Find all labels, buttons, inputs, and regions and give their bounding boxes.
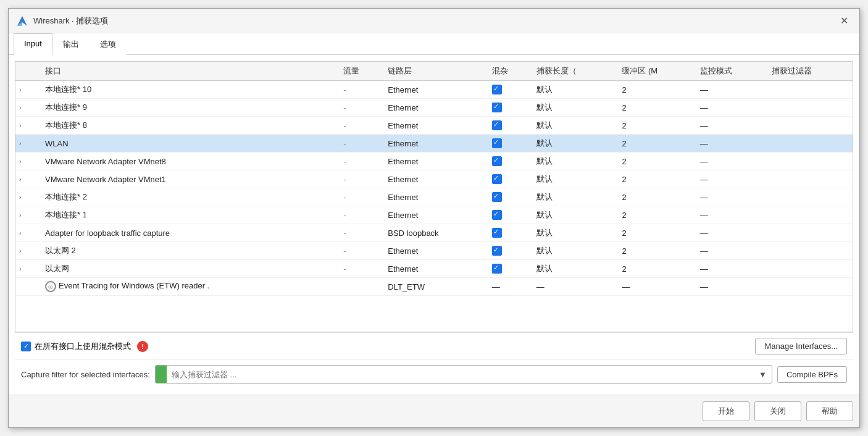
promisc-cell	[487, 170, 532, 188]
interface-name-text: 本地连接* 8	[45, 120, 87, 130]
interface-name-text: 本地连接* 9	[45, 103, 87, 112]
interface-name-text: 本地连接* 1	[45, 210, 87, 219]
interfaces-table-container[interactable]: 接口 流量 链路层 混杂 捕获长度（ 缓冲区 (M 监控模式 捕获过滤器 ›本地…	[15, 61, 853, 332]
tab-input[interactable]: Input	[14, 33, 52, 55]
table-header-row: 接口 流量 链路层 混杂 捕获长度（ 缓冲区 (M 监控模式 捕获过滤器	[15, 62, 853, 81]
table-row[interactable]: ›本地连接* 8-Ethernet默认2—	[15, 117, 853, 135]
table-row[interactable]: ›本地连接* 10-Ethernet默认2—	[15, 81, 853, 99]
buffer-cell: —	[617, 278, 695, 296]
monitor-cell: —	[695, 81, 767, 99]
promisc-checkbox[interactable]	[492, 264, 502, 274]
expand-arrow-icon[interactable]: ›	[19, 194, 23, 201]
interface-name-cell: 本地连接* 1	[40, 206, 338, 224]
monitor-cell: —	[695, 170, 767, 188]
promisc-all-checkbox[interactable]: ✓	[21, 342, 31, 351]
buffer-cell: 2	[617, 260, 695, 278]
table-row[interactable]: ›VMware Network Adapter VMnet8-Ethernet默…	[15, 153, 853, 170]
row-expand-cell: ›	[15, 206, 40, 224]
interface-name-cell: VMware Network Adapter VMnet1	[40, 170, 338, 188]
expand-arrow-icon[interactable]: ›	[19, 86, 23, 93]
promisc-cell	[487, 117, 532, 135]
table-row[interactable]: ›本地连接* 9-Ethernet默认2—	[15, 99, 853, 117]
table-row[interactable]: ›VMware Network Adapter VMnet1-Ethernet默…	[15, 170, 853, 188]
expand-arrow-icon[interactable]: ›	[19, 104, 23, 111]
row-expand-cell: ›	[15, 117, 40, 135]
interfaces-table-body: ›本地连接* 10-Ethernet默认2—›本地连接* 9-Ethernet默…	[15, 81, 853, 296]
interface-name-cell: 本地连接* 10	[40, 81, 338, 99]
start-button[interactable]: 开始	[703, 401, 749, 421]
promisc-cell	[487, 260, 532, 278]
table-row[interactable]: ›本地连接* 2-Ethernet默认2—	[15, 188, 853, 206]
promisc-checkbox[interactable]	[492, 192, 502, 202]
col-header-traffic: 流量	[338, 62, 383, 81]
expand-arrow-icon[interactable]: ›	[19, 248, 23, 254]
capture-filter-input[interactable]	[167, 367, 754, 382]
row-expand-cell: ›	[15, 260, 40, 278]
monitor-cell: —	[695, 99, 767, 117]
traffic-cell: -	[338, 188, 383, 206]
compile-bpf-button[interactable]: Compile BPFs	[777, 366, 847, 383]
filter-row-label: Capture filter for selected interfaces:	[21, 370, 150, 379]
col-header-name	[15, 62, 40, 81]
traffic-cell: -	[338, 260, 383, 278]
monitor-cell: —	[695, 242, 767, 260]
promisc-checkbox[interactable]	[492, 228, 502, 238]
promisc-checkbox[interactable]	[492, 246, 502, 256]
traffic-cell: -	[338, 170, 383, 188]
table-row[interactable]: ›以太网 2-Ethernet默认2—	[15, 242, 853, 260]
link-layer-cell: Ethernet	[383, 135, 487, 153]
help-button[interactable]: 帮助	[806, 401, 853, 421]
close-button[interactable]: 关闭	[754, 401, 801, 421]
link-layer-cell: Ethernet	[383, 99, 487, 117]
tab-output[interactable]: 输出	[52, 33, 90, 55]
monitor-cell: —	[695, 153, 767, 170]
expand-arrow-icon[interactable]: ›	[19, 266, 23, 272]
manage-interfaces-button[interactable]: Manage Interfaces...	[755, 338, 847, 354]
expand-arrow-icon[interactable]: ›	[19, 140, 23, 147]
expand-arrow-icon[interactable]: ›	[19, 158, 23, 165]
monitor-cell: —	[695, 117, 767, 135]
tab-bar: Input 输出 选项	[9, 33, 859, 55]
expand-arrow-icon[interactable]: ›	[19, 230, 23, 237]
promisc-checkbox[interactable]	[492, 103, 502, 112]
table-row[interactable]: ›WLAN-Ethernet默认2—	[15, 135, 853, 153]
table-row[interactable]: ◎Event Tracing for Windows (ETW) reader …	[15, 278, 853, 296]
tab-options[interactable]: 选项	[90, 33, 127, 55]
table-row[interactable]: ›本地连接* 1-Ethernet默认2—	[15, 206, 853, 224]
promisc-cell	[487, 242, 532, 260]
monitor-cell: —	[695, 260, 767, 278]
promisc-cell	[487, 206, 532, 224]
expand-arrow-icon[interactable]: ›	[19, 176, 23, 183]
monitor-cell: —	[695, 278, 767, 296]
interface-name-cell: VMware Network Adapter VMnet8	[40, 153, 338, 170]
interface-name-cell: 本地连接* 2	[40, 188, 338, 206]
col-header-caplen: 捕获长度（	[532, 62, 617, 81]
main-content: 接口 流量 链路层 混杂 捕获长度（ 缓冲区 (M 监控模式 捕获过滤器 ›本地…	[9, 55, 859, 395]
expand-arrow-icon[interactable]: ›	[19, 212, 23, 219]
promisc-checkbox[interactable]	[492, 138, 502, 148]
filter-cell	[767, 260, 853, 278]
interface-name-cell: 以太网	[40, 260, 338, 278]
table-row[interactable]: ›以太网-Ethernet默认2—	[15, 260, 853, 278]
traffic-cell	[338, 278, 383, 296]
traffic-cell: -	[338, 99, 383, 117]
promisc-checkbox[interactable]	[492, 210, 502, 220]
interface-name-cell: Adapter for loopback traffic capture	[40, 224, 338, 242]
link-layer-cell: BSD loopback	[383, 224, 487, 242]
filter-dropdown-arrow-icon[interactable]: ▼	[754, 367, 772, 382]
traffic-cell: -	[338, 206, 383, 224]
promisc-checkbox[interactable]	[492, 85, 502, 94]
capture-filter-row: Capture filter for selected interfaces: …	[15, 359, 853, 388]
row-expand-cell: ›	[15, 153, 40, 170]
buffer-cell: 2	[617, 135, 695, 153]
promisc-checkbox[interactable]	[492, 120, 502, 130]
close-window-button[interactable]: ✕	[837, 14, 852, 28]
promisc-checkbox[interactable]	[492, 156, 502, 166]
interface-name-text: 以太网	[45, 264, 69, 273]
interface-name-text: WLAN	[45, 139, 69, 148]
filter-cell	[767, 224, 853, 242]
table-row[interactable]: ›Adapter for loopback traffic capture-BS…	[15, 224, 853, 242]
link-layer-cell: Ethernet	[383, 170, 487, 188]
promisc-checkbox[interactable]	[492, 174, 502, 184]
expand-arrow-icon[interactable]: ›	[19, 122, 23, 129]
